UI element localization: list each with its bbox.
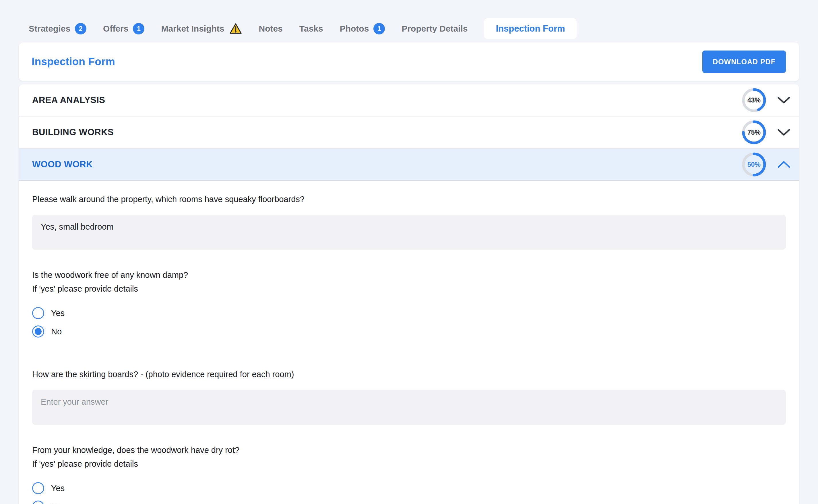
tab-strategies[interactable]: Strategies2 <box>29 18 86 39</box>
accordion-section-building-works[interactable]: BUILDING WORKS 75% <box>19 117 799 149</box>
section-controls: 50% <box>742 152 790 177</box>
accordion-section-area-analysis[interactable]: AREA ANALYSIS 43% <box>19 84 799 117</box>
radio-option-yes[interactable]: Yes <box>32 307 786 319</box>
answer-textarea[interactable] <box>32 215 786 250</box>
accordion-section-wood-work[interactable]: WOOD WORK 50% <box>19 149 799 181</box>
question-prompt: Is the woodwork free of any known damp? <box>32 268 786 282</box>
radio-group: YesNo <box>32 482 786 504</box>
progress-label: 43% <box>742 88 766 113</box>
radio-label: Yes <box>51 309 65 318</box>
question-block: Is the woodwork free of any known damp?I… <box>32 268 786 338</box>
inspection-form-header: Inspection Form DOWNLOAD PDF <box>19 42 799 81</box>
progress-label: 50% <box>742 152 766 177</box>
tab-label: Property Details <box>402 24 468 34</box>
tab-market-insights[interactable]: Market Insights <box>161 18 242 39</box>
radio-label: No <box>51 502 62 504</box>
progress-label: 75% <box>742 120 766 145</box>
radio-group: YesNo <box>32 307 786 338</box>
tab-label: Tasks <box>299 24 323 34</box>
radio-selected-icon[interactable] <box>32 325 44 338</box>
tab-bar: Strategies2Offers1Market Insights NotesT… <box>0 0 818 39</box>
progress-ring: 50% <box>742 152 766 177</box>
progress-ring: 43% <box>742 88 766 113</box>
question-block: How are the skirting boards? - (photo ev… <box>32 367 786 425</box>
question-block: Please walk around the property, which r… <box>32 192 786 250</box>
tab-tasks[interactable]: Tasks <box>299 18 323 39</box>
chevron-up-icon[interactable] <box>777 161 790 168</box>
section-controls: 75% <box>742 120 790 145</box>
question-prompt: From your knowledge, does the woodwork h… <box>32 443 786 457</box>
tab-label: Market Insights <box>161 24 224 34</box>
radio-unselected-icon[interactable] <box>32 501 44 504</box>
radio-label: No <box>51 327 62 336</box>
section-title: WOOD WORK <box>32 159 742 170</box>
section-content: Please walk around the property, which r… <box>19 181 799 504</box>
radio-label: Yes <box>51 484 65 493</box>
radio-unselected-icon[interactable] <box>32 482 44 494</box>
chevron-down-icon[interactable] <box>777 129 790 136</box>
question-block: From your knowledge, does the woodwork h… <box>32 443 786 504</box>
download-pdf-button[interactable]: DOWNLOAD PDF <box>702 51 786 73</box>
tab-label: Notes <box>259 24 283 34</box>
tab-inspection-form[interactable]: Inspection Form <box>484 18 576 39</box>
chevron-down-icon[interactable] <box>777 96 790 104</box>
question-prompt: How are the skirting boards? - (photo ev… <box>32 367 786 381</box>
radio-option-no[interactable]: No <box>32 501 786 504</box>
tab-offers[interactable]: Offers1 <box>103 18 144 39</box>
tab-label: Offers <box>103 24 128 34</box>
tab-label: Photos <box>340 24 369 34</box>
question-prompt: If 'yes' please provide details <box>32 282 786 296</box>
inspection-sections-accordion: AREA ANALYSIS 43%BUILDING WORKS 75%WOOD … <box>19 84 799 504</box>
question-prompt: If 'yes' please provide details <box>32 457 786 471</box>
section-controls: 43% <box>742 88 790 113</box>
tab-notes[interactable]: Notes <box>259 18 283 39</box>
question-prompt: Please walk around the property, which r… <box>32 192 786 206</box>
tab-photos[interactable]: Photos1 <box>340 18 385 39</box>
section-title: BUILDING WORKS <box>32 127 742 137</box>
tab-label: Strategies <box>29 24 70 34</box>
section-title: AREA ANALYSIS <box>32 95 742 105</box>
radio-option-no[interactable]: No <box>32 325 786 338</box>
page-title: Inspection Form <box>32 56 115 68</box>
tab-property-details[interactable]: Property Details <box>402 18 468 39</box>
answer-textarea[interactable] <box>32 390 786 425</box>
tab-count-badge: 2 <box>75 23 86 34</box>
tab-count-badge: 1 <box>133 23 144 34</box>
warning-icon <box>229 23 242 35</box>
tab-label: Inspection Form <box>496 24 565 34</box>
radio-option-yes[interactable]: Yes <box>32 482 786 494</box>
progress-ring: 75% <box>742 120 766 145</box>
tab-count-badge: 1 <box>373 23 385 34</box>
radio-unselected-icon[interactable] <box>32 307 44 319</box>
